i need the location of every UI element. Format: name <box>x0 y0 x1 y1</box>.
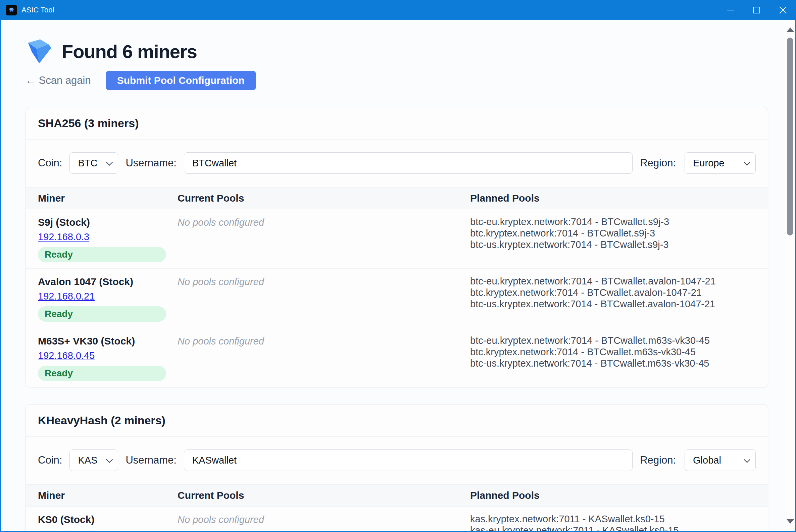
table-row: M63S+ VK30 (Stock) 192.168.0.45 Ready No… <box>26 328 768 387</box>
col-miner: Miner <box>38 490 178 501</box>
maximize-icon <box>753 7 760 14</box>
submit-pool-config-button[interactable]: Submit Pool Configuration <box>106 71 256 90</box>
page-title: Found 6 miners <box>62 41 197 62</box>
miner-ip-link[interactable]: 192.168.0.21 <box>38 290 95 302</box>
miner-name: Avalon 1047 (Stock) <box>38 276 178 288</box>
section-card-kheavyhash: KHeavyHash (2 miners) Coin: KAS Username… <box>25 404 768 531</box>
chevron-down-icon <box>106 456 113 463</box>
scan-again-link[interactable]: ← Scan again <box>25 74 91 87</box>
planned-pool-line: btc-eu.kryptex.network:7014 - BTCwallet.… <box>470 216 756 227</box>
col-planned-pools: Planned Pools <box>470 192 756 204</box>
pool-controls-sha256: Coin: BTC Username: Region: Europe <box>26 139 768 187</box>
current-pools-text: No pools configured <box>178 216 470 262</box>
table-row: Avalon 1047 (Stock) 192.168.0.21 Ready N… <box>26 269 768 328</box>
region-label: Region: <box>640 157 676 169</box>
status-badge: Ready <box>38 366 166 381</box>
planned-pool-line: btc-us.kryptex.network:7014 - BTCwallet.… <box>470 298 756 310</box>
miner-ip-link[interactable]: 192.168.0.45 <box>38 349 95 362</box>
table-header-row: Miner Current Pools Planned Pools <box>26 484 768 507</box>
section-card-sha256: SHA256 (3 miners) Coin: BTC Username: Re… <box>25 107 768 387</box>
maximize-button[interactable] <box>744 0 770 20</box>
table-header-row: Miner Current Pools Planned Pools <box>26 187 768 209</box>
region-select[interactable]: Global <box>685 450 756 471</box>
username-input[interactable] <box>184 450 633 471</box>
window-controls <box>718 0 796 20</box>
app-window: ASIC Tool Found 6 miners ← Scan again Su… <box>0 0 796 532</box>
coin-select-value: BTC <box>78 158 97 169</box>
region-select-value: Global <box>693 455 721 466</box>
close-button[interactable] <box>770 0 796 20</box>
miner-ip-link[interactable]: 192.168.0.15 <box>38 528 95 531</box>
planned-pools-cell: kas.kryptex.network:7011 - KASwallet.ks0… <box>470 513 756 531</box>
region-label: Region: <box>640 454 676 466</box>
coin-select-value: KAS <box>78 455 97 466</box>
username-label: Username: <box>126 157 177 169</box>
status-badge: Ready <box>38 247 166 262</box>
current-pools-text: No pools configured <box>178 513 470 531</box>
miner-name: KS0 (Stock) <box>38 513 178 526</box>
table-row: S9j (Stock) 192.168.0.3 Ready No pools c… <box>26 209 768 269</box>
planned-pool-line: btc-eu.kryptex.network:7014 - BTCwallet.… <box>470 335 756 346</box>
gem-icon <box>8 7 15 14</box>
col-current-pools: Current Pools <box>178 192 470 204</box>
window-titlebar: ASIC Tool <box>0 0 796 20</box>
table-row: KS0 (Stock) 192.168.0.15 No pools config… <box>26 507 768 531</box>
coin-select[interactable]: BTC <box>70 152 118 174</box>
titlebar-app-icon <box>6 5 17 15</box>
current-pools-text: No pools configured <box>178 276 470 322</box>
coin-label: Coin: <box>38 157 62 169</box>
planned-pool-line: kas.kryptex.network:7011 - KASwallet.ks0… <box>470 513 756 525</box>
region-select-value: Europe <box>693 158 724 169</box>
planned-pool-line: btc-us.kryptex.network:7014 - BTCwallet.… <box>470 239 756 250</box>
minimize-icon <box>727 10 734 11</box>
coin-select[interactable]: KAS <box>70 450 118 471</box>
chevron-down-icon <box>744 456 751 463</box>
miner-name: S9j (Stock) <box>38 216 178 229</box>
pool-controls-kheavyhash: Coin: KAS Username: Region: Global <box>26 437 768 484</box>
current-pools-text: No pools configured <box>178 335 470 381</box>
region-select[interactable]: Europe <box>685 152 756 174</box>
col-planned-pools: Planned Pools <box>470 490 756 501</box>
main-content: Found 6 miners ← Scan again Submit Pool … <box>1 20 785 531</box>
username-label: Username: <box>126 454 177 466</box>
col-miner: Miner <box>38 192 178 204</box>
planned-pools-cell: btc-eu.kryptex.network:7014 - BTCwallet.… <box>470 335 756 381</box>
app-logo-gem-icon <box>25 38 53 64</box>
close-icon <box>779 6 787 14</box>
planned-pool-line: btc-us.kryptex.network:7014 - BTCwallet.… <box>470 358 756 369</box>
minimize-button[interactable] <box>718 0 744 20</box>
planned-pool-line: btc-eu.kryptex.network:7014 - BTCwallet.… <box>470 276 756 287</box>
page-header: Found 6 miners <box>25 38 768 65</box>
chevron-down-icon <box>106 159 113 166</box>
chevron-down-icon <box>744 159 751 166</box>
section-title: KHeavyHash (2 miners) <box>26 404 768 437</box>
planned-pool-line: btc.kryptex.network:7014 - BTCwallet.ava… <box>470 287 756 298</box>
planned-pools-cell: btc-eu.kryptex.network:7014 - BTCwallet.… <box>470 216 756 262</box>
miner-cell: M63S+ VK30 (Stock) 192.168.0.45 Ready <box>38 335 178 381</box>
scroll-thumb[interactable] <box>787 38 793 235</box>
section-title: SHA256 (3 miners) <box>26 107 768 139</box>
miner-cell: KS0 (Stock) 192.168.0.15 <box>38 513 178 531</box>
miner-cell: S9j (Stock) 192.168.0.3 Ready <box>38 216 178 262</box>
window-title: ASIC Tool <box>21 6 54 15</box>
miner-name: M63S+ VK30 (Stock) <box>38 335 178 347</box>
coin-label: Coin: <box>38 454 62 466</box>
planned-pools-cell: btc-eu.kryptex.network:7014 - BTCwallet.… <box>470 276 756 322</box>
miner-cell: Avalon 1047 (Stock) 192.168.0.21 Ready <box>38 276 178 322</box>
planned-pool-line: btc.kryptex.network:7014 - BTCwallet.s9j… <box>470 227 756 239</box>
planned-pool-line: kas-eu.kryptex.network:7011 - KASwallet.… <box>470 525 756 531</box>
scrollbar[interactable] <box>785 20 795 531</box>
planned-pool-line: btc.kryptex.network:7014 - BTCwallet.m63… <box>470 346 756 358</box>
scroll-up-arrow-icon[interactable] <box>786 27 794 32</box>
miner-ip-link[interactable]: 192.168.0.3 <box>38 231 89 243</box>
status-badge: Ready <box>38 306 166 322</box>
username-input[interactable] <box>184 152 633 174</box>
col-current-pools: Current Pools <box>178 490 470 501</box>
toolbar: ← Scan again Submit Pool Configuration <box>25 71 768 90</box>
scroll-down-arrow-icon[interactable] <box>786 519 794 524</box>
